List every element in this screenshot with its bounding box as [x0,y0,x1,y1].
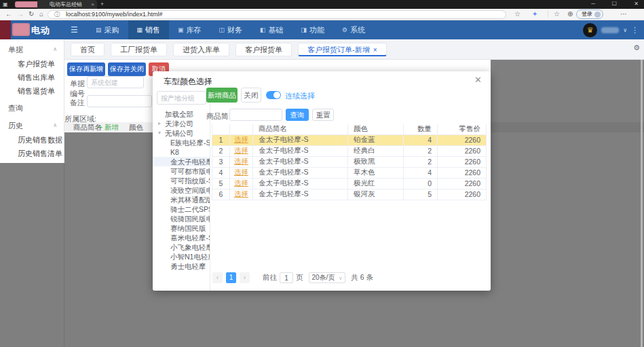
tree-load-all[interactable]: 加载全部 [153,109,210,119]
nav-item-procurement[interactable]: ▤采购 [87,20,128,39]
add-row-link[interactable]: + 新增 [98,122,119,132]
select-link[interactable]: 选择 [234,146,248,154]
sidebar-group-query[interactable]: 查询 [0,101,64,115]
row-color: 经典白 [348,145,404,156]
tree-item[interactable]: 金太子电轻摩-S [153,157,210,166]
tab-factory-order[interactable]: 工厂报货单 [111,43,167,56]
tree-item[interactable]: 小智N1电轻摩 [153,252,210,261]
prev-page-button[interactable]: ‹ [212,272,223,283]
tab-customer-order-new[interactable]: 客户报货订单-新增× [298,43,387,56]
row-index: 3 [212,156,230,167]
app-logo-text: 电动 [31,24,50,37]
chevron-expanded-icon[interactable]: ▾ [158,128,161,138]
reload-icon[interactable]: ↻ [29,10,34,18]
select-link[interactable]: 选择 [234,135,248,143]
tab-strip: 首页工厂报货单进货入库单客户报货单客户报货订单-新增× ⚙ [64,39,644,60]
row-action-cell: 选择 [230,156,253,167]
table-row: 1选择金太子电轻摩-S铂金蓝42260 [212,134,487,145]
user-avatar[interactable]: ♛ [583,23,597,37]
chevron-collapsed-icon[interactable]: ▸ [158,119,161,128]
row-price: 2260 [438,189,487,200]
col-price: 零售价 [438,124,487,134]
tree-item[interactable]: 米其林通配版 [153,195,210,204]
nav-item-features[interactable]: ◨功能 [292,20,334,39]
next-page-button[interactable]: › [240,272,250,283]
nav-item-sales[interactable]: ▦销售 [128,20,170,39]
tree-item[interactable]: 可可指纹版-S [153,176,210,185]
menu-icon[interactable]: ☰ [71,25,78,35]
nav-item-inventory[interactable]: ▣库存 [169,20,210,39]
doc-no-input[interactable] [87,76,144,88]
nav-item-finance[interactable]: ◫财务 [210,20,252,39]
sidebar-group-history[interactable]: 历史∧ [0,118,64,133]
nav-item-label: 财务 [227,25,242,35]
collections-icon[interactable]: ⊕ [567,10,573,18]
new-tab-button[interactable]: + [100,1,104,7]
tree-item[interactable]: 可可都市版电轻摩 [153,166,210,176]
sidebar-item-sales-outbound-form[interactable]: 销售出库单 [0,71,64,84]
page-1-button[interactable]: 1 [226,272,236,283]
tree-item[interactable]: 骑士二代SPS版 [153,204,210,214]
tree-item[interactable]: 赛纳国民版 [153,223,210,233]
close-tab-icon[interactable]: × [373,46,377,54]
close-window-button[interactable]: ✕ [634,1,639,7]
header-more-icon[interactable]: ⋮ [631,26,639,35]
row-price: 2260 [438,156,487,167]
nav-item-system[interactable]: ⚙系统 [333,20,374,39]
gear-icon[interactable]: ⚙ [633,43,640,52]
address-bar[interactable]: ⓘ localhost:9100/myweb/index1.html# [48,10,506,19]
nav-item-basic[interactable]: ◧基础 [251,20,292,39]
page-size-select[interactable]: 20条/页 ∨ [309,272,346,283]
tab-customer-order[interactable]: 客户报货单 [235,43,292,56]
forward-icon[interactable]: → [17,10,24,18]
save-and-close-button[interactable]: 保存并关闭 [108,62,146,76]
browser-tab[interactable]: 电动车总经销 × [37,0,97,9]
color-select-dialog: 车型颜色选择 ✕ 加载全部▸天津公司▾无锡公司E族电轻摩-SK8金太子电轻摩-S… [153,71,491,291]
home-icon[interactable]: ⌂ [39,10,43,18]
tree-item[interactable]: 凌致空间版电轻摩 [153,185,210,195]
product-name-search-input[interactable] [229,109,282,121]
group-by-origin-input[interactable] [157,91,206,105]
tree-item[interactable]: 勇士电轻摩 [153,261,210,271]
browser-more-icon[interactable]: ⋯ [620,10,627,18]
minimize-button[interactable]: ─ [591,1,595,7]
tree-item[interactable]: 小飞象电轻摩-S [153,242,210,252]
star-icon[interactable]: ☆ [554,10,560,18]
sidebar-item-sales-return-form[interactable]: 销售退货单 [0,84,64,98]
save-and-new-button[interactable]: 保存再新增 [67,62,105,76]
dialog-close-icon[interactable]: ✕ [474,75,482,85]
table-header-row: 商品简名 颜色 数量 零售价 [212,124,487,134]
site-info-icon[interactable]: ⓘ [54,11,60,18]
continuous-select-toggle[interactable] [266,91,281,99]
maximize-button[interactable]: ☐ [612,1,617,7]
query-button[interactable]: 查询 [286,109,309,121]
tree-company-tianjin[interactable]: ▸天津公司 [153,119,210,128]
extension-icon[interactable]: ✦ [532,10,537,18]
sidebar-item-history-sales-list[interactable]: 历史销售清单 [0,147,64,160]
close-dialog-button[interactable]: 关闭 [241,88,261,103]
goto-page-input[interactable] [280,272,293,283]
sidebar-item-history-sales-data[interactable]: 历史销售数据 [0,133,64,147]
reset-button[interactable]: 重置 [312,109,334,121]
select-link[interactable]: 选择 [234,168,248,176]
tab-close-icon[interactable]: × [91,0,94,9]
favorite-icon[interactable]: ☆ [514,10,520,18]
sidebar-group-documents[interactable]: 单据∧ [0,42,64,57]
tab-purchase-inbound[interactable]: 进货入库单 [173,43,229,56]
tree-company-wuxi[interactable]: ▾无锡公司 [153,128,210,138]
tab-home[interactable]: 首页 [71,43,105,56]
tree-item[interactable]: E族电轻摩-S [153,138,210,147]
remark-input[interactable] [87,95,152,107]
sidebar-item-customer-order-form[interactable]: 客户报货单 [0,57,64,71]
tree-item[interactable]: 锐骑国民版电轻摩 [153,214,210,223]
add-product-button[interactable]: 新增商品 [206,88,238,103]
login-button[interactable]: 登录 [576,10,603,19]
select-link[interactable]: 选择 [234,157,248,165]
chevron-down-icon[interactable]: ∨ [623,27,627,33]
tree-item[interactable]: K8 [153,147,210,157]
select-link[interactable]: 选择 [234,189,248,198]
back-icon[interactable]: ← [5,10,12,18]
tree-item[interactable]: 嘉米电轻摩-S [153,233,210,242]
select-link[interactable]: 选择 [234,179,248,187]
page-scrollbar[interactable] [641,60,643,347]
